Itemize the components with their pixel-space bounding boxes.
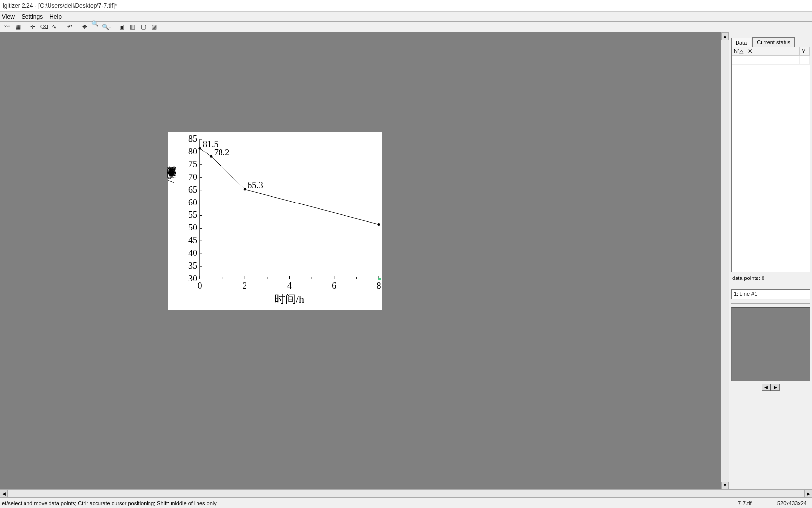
col-x-header[interactable]: X [746, 47, 800, 55]
divider [731, 285, 810, 285]
svg-rect-49 [378, 278, 381, 280]
tool-grid-icon[interactable]: ▦ [13, 23, 23, 31]
thumbnail-preview [731, 307, 810, 381]
separator [62, 23, 62, 31]
svg-text:8: 8 [377, 281, 381, 291]
status-dimensions: 520x433x24 [773, 498, 812, 508]
chart: 剩余油含量/% 30354045505560657075808502468时间/… [168, 132, 382, 310]
window-title: igitizer 2.24 - [C:\Users\dell\Desktop\7… [3, 2, 117, 9]
table-header: N°△ X Y [732, 47, 810, 56]
separator [25, 23, 25, 31]
menu-help[interactable]: Help [49, 13, 62, 20]
svg-text:35: 35 [188, 261, 197, 271]
table-row [732, 56, 810, 65]
tab-data[interactable]: Data [731, 38, 751, 47]
svg-text:78.2: 78.2 [214, 148, 230, 157]
svg-text:85: 85 [188, 134, 197, 144]
side-panel: Data Current status N°△ X Y data points:… [729, 32, 812, 489]
tool-zoom-out-icon[interactable]: 🔍- [101, 23, 111, 31]
side-tabs: Data Current status [731, 37, 810, 47]
main: 剩余油含量/% 30354045505560657075808502468时间/… [0, 32, 812, 489]
scroll-right-icon[interactable]: ▶ [804, 490, 812, 497]
nav-prev-icon[interactable]: ◀ [762, 384, 770, 391]
svg-text:70: 70 [188, 172, 197, 182]
svg-text:时间/h: 时间/h [274, 293, 304, 305]
tool-gridlines-icon[interactable]: ▥ [127, 23, 137, 31]
canvas-vscrollbar[interactable]: ▲ ▼ [721, 32, 729, 489]
titlebar: igitizer 2.24 - [C:\Users\dell\Desktop\7… [0, 0, 812, 12]
scroll-down-icon[interactable]: ▼ [721, 482, 729, 489]
nav-next-icon[interactable]: ▶ [771, 384, 780, 391]
separator [77, 23, 77, 31]
line-selector[interactable]: 1: Line #1 [731, 289, 810, 299]
tool-eraser-icon[interactable]: ⌫ [39, 23, 49, 31]
scroll-up-icon[interactable]: ▲ [721, 32, 729, 40]
svg-text:2: 2 [243, 281, 247, 291]
canvas-hscrollbar[interactable]: ◀ ▶ [0, 489, 812, 497]
toolbar: 〰 ▦ ✛ ⌫ ∿ ↶ ✥ 🔍+ 🔍- ▣ ▥ ▢ ▨ [0, 22, 812, 32]
svg-text:55: 55 [188, 210, 197, 220]
separator [114, 23, 114, 31]
canvas[interactable]: 剩余油含量/% 30354045505560657075808502468时间/… [0, 32, 721, 489]
chart-svg: 30354045505560657075808502468时间/h81.578.… [168, 132, 382, 310]
tab-current-status[interactable]: Current status [752, 37, 795, 47]
svg-text:75: 75 [188, 159, 197, 169]
svg-text:65.3: 65.3 [247, 180, 263, 190]
scroll-left-icon[interactable]: ◀ [0, 490, 8, 497]
thumbnail-nav: ◀ ▶ [729, 384, 812, 391]
tool-chart-icon[interactable]: ▨ [149, 23, 159, 31]
tool-crosshair-icon[interactable]: ✛ [28, 23, 38, 31]
tool-line-icon[interactable]: 〰 [2, 23, 12, 31]
svg-text:4: 4 [287, 281, 292, 291]
menu-settings[interactable]: Settings [22, 13, 43, 20]
tool-zoom-in-icon[interactable]: 🔍+ [91, 23, 100, 31]
data-table[interactable]: N°△ X Y [731, 47, 810, 272]
y-axis-label: 剩余油含量/% [164, 171, 177, 185]
svg-text:45: 45 [188, 235, 197, 245]
tool-move-icon[interactable]: ✥ [80, 23, 90, 31]
svg-text:80: 80 [188, 147, 197, 156]
svg-text:65: 65 [188, 185, 197, 195]
svg-text:50: 50 [188, 223, 197, 232]
status-file: 7-7.tif [734, 498, 773, 508]
tool-undo-icon[interactable]: ↶ [65, 23, 74, 31]
svg-text:60: 60 [188, 198, 197, 207]
col-n-header[interactable]: N°△ [732, 47, 746, 55]
status-hint: et/select and move data points; Ctrl: ac… [0, 500, 734, 506]
tool-curve-icon[interactable]: ∿ [49, 23, 59, 31]
menubar: View Settings Help [0, 12, 812, 22]
tool-box-icon[interactable]: ▢ [138, 23, 148, 31]
svg-text:0: 0 [198, 281, 202, 291]
svg-text:30: 30 [188, 274, 197, 283]
svg-text:6: 6 [332, 281, 336, 291]
menu-view[interactable]: View [2, 13, 15, 20]
tool-image-icon[interactable]: ▣ [117, 23, 126, 31]
col-y-header[interactable]: Y [800, 47, 810, 55]
statusbar: et/select and move data points; Ctrl: ac… [0, 497, 812, 508]
divider [731, 303, 810, 304]
svg-text:40: 40 [188, 248, 197, 258]
data-points-count: data points: 0 [732, 275, 809, 281]
